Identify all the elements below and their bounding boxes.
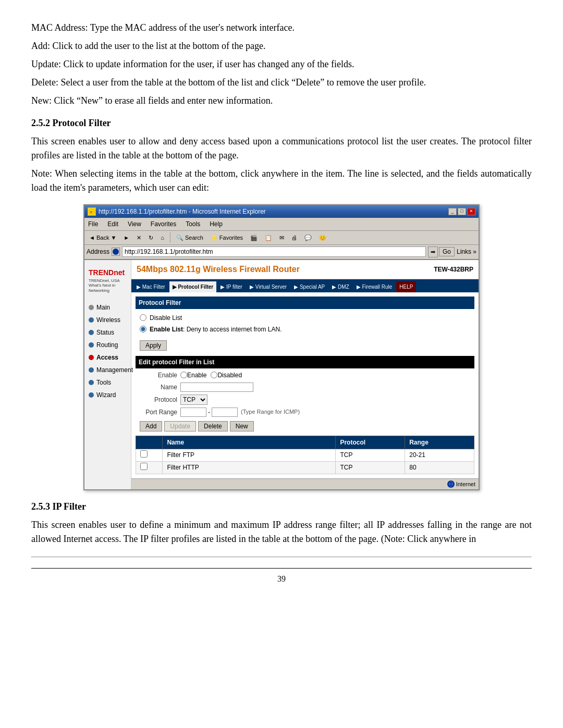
name-row: Name: [136, 382, 474, 392]
nav-dot-wireless: [89, 317, 94, 323]
arrow-right-icon[interactable]: ➡: [428, 246, 438, 257]
sidebar-item-management[interactable]: Management: [84, 364, 131, 376]
product-model: TEW-432BRP: [434, 265, 473, 274]
sidebar-label-wireless: Wireless: [96, 315, 120, 325]
enable-radio[interactable]: [180, 372, 187, 378]
tab-virtual-server[interactable]: ▶ Virtual Server: [247, 281, 290, 292]
menu-help[interactable]: Help: [208, 219, 224, 229]
port-range-row: Port Range - (Type Range for ICMP): [136, 408, 474, 417]
address-input[interactable]: [122, 246, 426, 257]
port-hint: (Type Range for ICMP): [241, 408, 300, 416]
tab-help[interactable]: HELP: [396, 281, 416, 292]
apply-button[interactable]: Apply: [140, 340, 167, 351]
menu-favorites[interactable]: Favorites: [149, 219, 178, 229]
product-title: 54Mbps 802.11g Wireless Firewall Router: [137, 263, 300, 276]
tab-firewall-rule[interactable]: ▶ Firewall Rule: [353, 281, 396, 292]
add-text: Add: Click to add the user to the list a…: [31, 39, 532, 53]
sidebar-item-main[interactable]: Main: [84, 301, 131, 314]
menu-edit[interactable]: Edit: [106, 219, 120, 229]
svg-text:e: e: [90, 209, 93, 214]
row2-checkbox[interactable]: [140, 463, 148, 470]
title-bar-left: e http://192.168.1.1/protofilter.htm - M…: [88, 207, 266, 216]
brand-area: TRENDnet TRENDnet, USA What's Next in Ne…: [84, 264, 131, 297]
disabled-opt-label: Disabled: [217, 371, 242, 380]
section-252-heading: 2.5.2 Protocol Filter: [31, 116, 532, 130]
forward-button[interactable]: ►: [121, 233, 132, 242]
nav-dot-status: [89, 330, 94, 335]
name-input[interactable]: [180, 382, 253, 392]
back-button[interactable]: ◄ Back ▼: [87, 233, 119, 242]
sidebar-item-wizard[interactable]: Wizard: [84, 389, 131, 401]
links-button[interactable]: Links »: [457, 247, 476, 256]
protocol-select[interactable]: TCP UDP ICMP: [180, 394, 207, 405]
protocol-table: Name Protocol Range Filter FTP TCP 20-21: [136, 436, 474, 474]
disabled-radio[interactable]: [211, 372, 217, 378]
tab-ip-filter[interactable]: ▶ IP filter: [217, 281, 246, 292]
col-header-protocol: Protocol: [336, 436, 405, 449]
toolbar: ◄ Back ▼ ► ✕ ↻ ⌂ 🔍 Search ⭐ Favorites 🎬 …: [84, 231, 479, 245]
sidebar-item-routing[interactable]: Routing: [84, 339, 131, 351]
new-text: New: Click “New” to erase all fields and…: [31, 94, 532, 108]
row2-check-cell: [136, 461, 163, 474]
menu-tools[interactable]: Tools: [184, 219, 202, 229]
print-button[interactable]: 🖨: [289, 233, 300, 242]
stop-button[interactable]: ✕: [134, 233, 144, 242]
port-range-end[interactable]: [212, 408, 238, 417]
status-bar: Internet: [131, 478, 479, 490]
close-button[interactable]: ✕: [467, 208, 475, 215]
tab-mac-filter[interactable]: ▶ Mac Filter: [133, 281, 168, 292]
history-button[interactable]: 📋: [262, 233, 275, 242]
sidebar-label-status: Status: [96, 328, 114, 337]
sidebar-item-tools[interactable]: Tools: [84, 376, 131, 389]
mail-button[interactable]: ✉: [277, 233, 287, 242]
disable-list-radio[interactable]: [140, 314, 146, 321]
add-button[interactable]: Add: [140, 421, 162, 431]
table-row-1[interactable]: Filter FTP TCP 20-21: [136, 449, 474, 461]
filter-options: Disable List Enable List: Deny to access…: [136, 311, 474, 338]
home-button[interactable]: ⌂: [158, 233, 167, 242]
enable-list-radio[interactable]: [140, 326, 146, 332]
protocol-form-label: Protocol: [144, 395, 180, 404]
protocol-filter-title: Protocol Filter: [136, 297, 474, 309]
messenger-button[interactable]: 😊: [316, 233, 329, 242]
enable-form-label: Enable: [144, 371, 180, 380]
brand-name: TRENDnet: [89, 267, 127, 278]
sidebar-item-status[interactable]: Status: [84, 326, 131, 339]
favorites-button[interactable]: ⭐ Favorites: [208, 233, 246, 242]
media-button[interactable]: 🎬: [248, 233, 260, 242]
port-range-start[interactable]: [180, 408, 206, 417]
sidebar-item-wireless[interactable]: Wireless: [84, 314, 131, 326]
nav-dot-access: [89, 355, 94, 360]
update-button[interactable]: Update: [164, 421, 196, 431]
menu-view[interactable]: View: [126, 219, 143, 229]
menu-file[interactable]: File: [87, 219, 100, 229]
page-footer: 39: [31, 568, 532, 585]
section-252-body2: Note: When selecting items in the table …: [31, 167, 532, 195]
row2-protocol: TCP: [336, 461, 405, 474]
tab-special-ap[interactable]: ▶ Special AP: [291, 281, 328, 292]
minimize-button[interactable]: _: [448, 208, 457, 215]
go-button[interactable]: Go: [439, 247, 455, 256]
new-button[interactable]: New: [230, 421, 254, 431]
delete-text: Delete: Select a user from the table at …: [31, 76, 532, 90]
row1-check-cell: [136, 449, 163, 461]
port-range-label: Port Range: [144, 408, 180, 417]
sidebar: TRENDnet TRENDnet, USA What's Next in Ne…: [84, 260, 131, 490]
row2-range: 80: [405, 461, 474, 474]
refresh-button[interactable]: ↻: [146, 233, 156, 242]
brand-sub2: What's Next in Networking: [89, 283, 127, 293]
mac-text: MAC Address: Type the MAC address of the…: [31, 21, 532, 35]
search-button[interactable]: 🔍 Search: [174, 233, 206, 242]
browser-title: http://192.168.1.1/protofilter.htm - Mic…: [99, 207, 266, 216]
discuss-button[interactable]: 💬: [302, 233, 314, 242]
tab-dmz[interactable]: ▶ DMZ: [329, 281, 352, 292]
delete-button[interactable]: Delete: [198, 421, 228, 431]
nav-dot-routing: [89, 342, 94, 348]
row1-checkbox[interactable]: [140, 450, 148, 458]
sidebar-item-access[interactable]: Access: [84, 351, 131, 364]
tab-protocol-filter[interactable]: ▶ Protocol Filter: [169, 281, 217, 292]
brand-sub1: TRENDnet, USA: [89, 278, 127, 283]
nav-dot-wizard: [89, 392, 94, 398]
maximize-button[interactable]: □: [458, 208, 466, 215]
table-row-2[interactable]: Filter HTTP TCP 80: [136, 461, 474, 474]
